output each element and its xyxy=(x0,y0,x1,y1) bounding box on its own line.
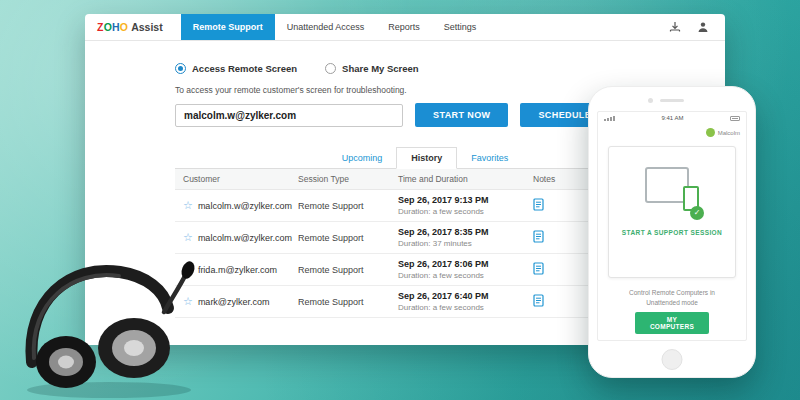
note-icon[interactable] xyxy=(533,294,544,309)
radio-access-remote-screen[interactable]: Access Remote Screen xyxy=(175,63,297,74)
remote-devices-illustration: ✓ xyxy=(645,167,699,215)
status-bar: 9:41 AM xyxy=(598,112,746,121)
customer-email: malcolm.w@zylker.com xyxy=(198,201,292,211)
download-icon[interactable] xyxy=(669,21,681,33)
session-type: Remote Support xyxy=(290,265,390,275)
phone-mockup: 9:41 AM Malcolm ✓ START A SUPPORT SESSIO… xyxy=(588,86,756,378)
session-time: Sep 26, 2017 9:13 PM xyxy=(398,195,525,205)
table-row: ☆frida.m@zylker.com Remote Support Sep 2… xyxy=(175,254,615,286)
unattended-mode-text: Control Remote Computers in Unattended m… xyxy=(618,288,726,308)
home-button[interactable] xyxy=(662,349,683,370)
session-duration: Duration: a few seconds xyxy=(398,303,525,312)
customer-email: malcolm.w@zylker.com xyxy=(198,233,292,243)
table-row: ☆malcolm.w@zylker.com Remote Support Sep… xyxy=(175,190,615,222)
check-badge-icon: ✓ xyxy=(690,206,704,220)
screen-mode-radios: Access Remote Screen Share My Screen xyxy=(175,63,725,74)
subtab-favorites[interactable]: Favorites xyxy=(457,147,522,168)
headset-image xyxy=(14,242,214,400)
history-subtabs: Upcoming History Favorites xyxy=(175,147,615,169)
radio-share-label: Share My Screen xyxy=(342,63,419,74)
logo-letter: O xyxy=(120,21,128,33)
logo-letter: Z xyxy=(97,21,104,33)
camera-dot-icon xyxy=(648,98,653,103)
col-session-type: Session Type xyxy=(290,174,390,184)
speaker-slit-icon xyxy=(660,99,684,102)
note-icon[interactable] xyxy=(533,198,544,213)
subtab-upcoming[interactable]: Upcoming xyxy=(328,147,397,168)
start-support-session-link[interactable]: START A SUPPORT SESSION xyxy=(609,229,735,236)
table-row: ☆mark@zylker.com Remote Support Sep 26, … xyxy=(175,286,615,318)
note-icon[interactable] xyxy=(533,230,544,245)
col-time-duration: Time and Duration xyxy=(390,174,525,184)
phone-screen: 9:41 AM Malcolm ✓ START A SUPPORT SESSIO… xyxy=(597,111,747,341)
radio-selected-icon[interactable] xyxy=(175,63,186,74)
nav-tabs: Remote Support Unattended Access Reports… xyxy=(181,14,489,40)
subtab-history[interactable]: History xyxy=(396,147,457,169)
note-icon[interactable] xyxy=(533,262,544,277)
start-now-button[interactable]: START NOW xyxy=(415,103,508,127)
support-session-card: ✓ START A SUPPORT SESSION xyxy=(608,146,736,278)
top-navbar: ZOHO Assist Remote Support Unattended Ac… xyxy=(85,14,725,41)
session-type: Remote Support xyxy=(290,297,390,307)
nav-action-icons xyxy=(669,14,725,40)
radio-unselected-icon[interactable] xyxy=(325,63,336,74)
user-icon[interactable] xyxy=(697,21,709,33)
tab-reports[interactable]: Reports xyxy=(376,14,432,40)
session-duration: Duration: a few seconds xyxy=(398,207,525,216)
status-time: 9:41 AM xyxy=(661,115,683,121)
col-customer: Customer xyxy=(175,174,290,184)
session-time: Sep 26, 2017 8:35 PM xyxy=(398,227,525,237)
session-duration: Duration: 37 minutes xyxy=(398,239,525,248)
hero-background: ZOHO Assist Remote Support Unattended Ac… xyxy=(0,0,800,400)
session-time: Sep 26, 2017 8:06 PM xyxy=(398,259,525,269)
signal-icon xyxy=(604,116,615,121)
tab-remote-support[interactable]: Remote Support xyxy=(181,14,275,40)
radio-share-my-screen[interactable]: Share My Screen xyxy=(325,63,419,74)
logo-suffix: Assist xyxy=(131,21,163,33)
table-header: Customer Session Type Time and Duration … xyxy=(175,169,615,190)
user-chip-label: Malcolm xyxy=(718,130,740,136)
radio-access-label: Access Remote Screen xyxy=(192,63,297,74)
table-row: ☆malcolm.w@zylker.com Remote Support Sep… xyxy=(175,222,615,254)
session-type: Remote Support xyxy=(290,201,390,211)
user-chip[interactable]: Malcolm xyxy=(706,128,740,137)
zoho-assist-logo: ZOHO Assist xyxy=(85,14,173,40)
logo-letter: O xyxy=(104,21,112,33)
logo-letter: H xyxy=(112,21,120,33)
tab-settings[interactable]: Settings xyxy=(432,14,489,40)
session-duration: Duration: a few seconds xyxy=(398,271,525,280)
battery-icon xyxy=(730,116,740,121)
customer-email-input[interactable] xyxy=(175,104,403,127)
session-type: Remote Support xyxy=(290,233,390,243)
sessions-history-section: Upcoming History Favorites Customer Sess… xyxy=(175,147,615,318)
favorite-star-icon[interactable]: ☆ xyxy=(183,200,193,211)
my-computers-button[interactable]: MY COMPUTERS xyxy=(635,312,709,334)
session-time: Sep 26, 2017 6:40 PM xyxy=(398,291,525,301)
tab-unattended-access[interactable]: Unattended Access xyxy=(275,14,377,40)
avatar xyxy=(706,128,715,137)
